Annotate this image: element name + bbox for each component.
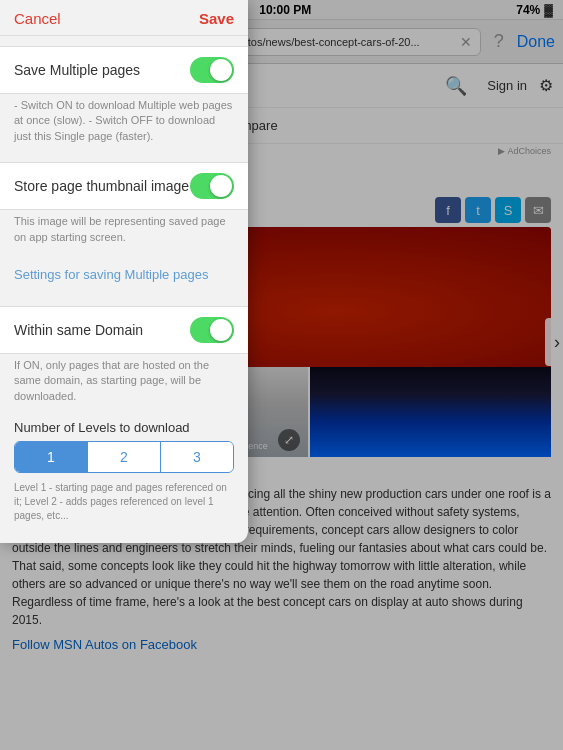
save-multiple-label: Save Multiple pages bbox=[14, 62, 190, 78]
store-thumbnail-row: Store page thumbnail image bbox=[0, 163, 248, 209]
store-thumbnail-label: Store page thumbnail image bbox=[14, 178, 190, 194]
settings-link-area: Settings for saving Multiple pages bbox=[0, 253, 248, 296]
within-domain-desc: If ON, only pages that are hosted on the… bbox=[0, 354, 248, 412]
save-multiple-section: Save Multiple pages bbox=[0, 46, 248, 94]
within-domain-label: Within same Domain bbox=[14, 322, 190, 338]
toggle-knob-3 bbox=[210, 319, 232, 341]
level-2-button[interactable]: 2 bbox=[88, 442, 161, 472]
modal-overlay: Cancel Save Save Multiple pages - Switch… bbox=[0, 0, 563, 750]
save-multiple-desc: - Switch ON to download Multiple web pag… bbox=[0, 94, 248, 152]
store-thumbnail-section: Store page thumbnail image bbox=[0, 162, 248, 210]
save-button[interactable]: Save bbox=[199, 10, 234, 27]
toggle-knob-2 bbox=[210, 175, 232, 197]
save-modal-panel: Cancel Save Save Multiple pages - Switch… bbox=[0, 0, 248, 543]
toggle-knob bbox=[210, 59, 232, 81]
within-domain-toggle[interactable] bbox=[190, 317, 234, 343]
modal-header: Cancel Save bbox=[0, 0, 248, 36]
levels-label: Number of Levels to download bbox=[0, 412, 248, 441]
within-domain-row: Within same Domain bbox=[0, 307, 248, 353]
level-buttons: 1 2 3 bbox=[14, 441, 234, 473]
cancel-button[interactable]: Cancel bbox=[14, 10, 61, 27]
store-thumbnail-toggle[interactable] bbox=[190, 173, 234, 199]
level-1-button[interactable]: 1 bbox=[15, 442, 88, 472]
save-multiple-row: Save Multiple pages bbox=[0, 47, 248, 93]
store-thumbnail-desc: This image will be representing saved pa… bbox=[0, 210, 248, 253]
level-3-button[interactable]: 3 bbox=[161, 442, 233, 472]
level-desc: Level 1 - starting page and pages refere… bbox=[0, 479, 248, 527]
settings-link[interactable]: Settings for saving Multiple pages bbox=[0, 259, 248, 290]
within-domain-section: Within same Domain bbox=[0, 306, 248, 354]
save-multiple-toggle[interactable] bbox=[190, 57, 234, 83]
